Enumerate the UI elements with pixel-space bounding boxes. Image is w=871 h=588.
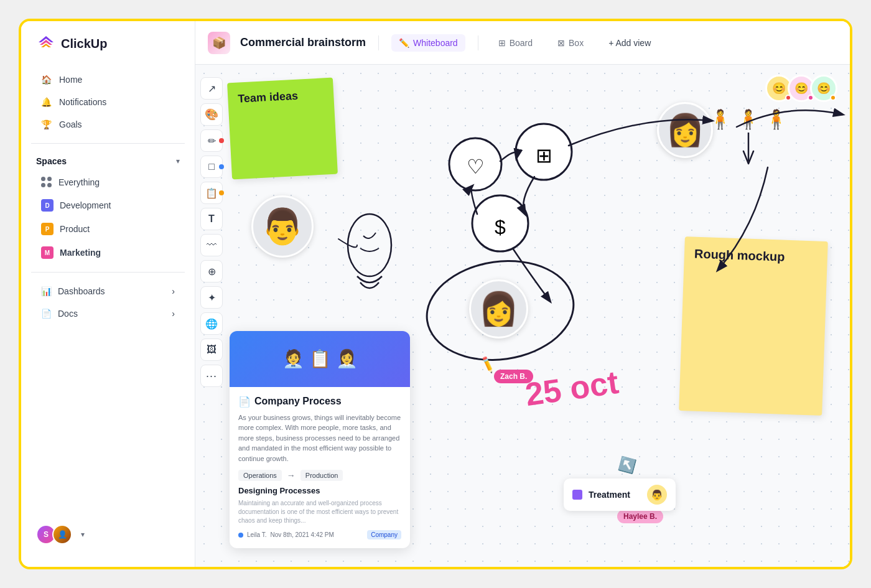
doc-tag-operations: Operations — [238, 470, 282, 481]
board-tab-label: Board — [510, 38, 533, 48]
collaborator-3-dot — [830, 95, 836, 101]
whiteboard-tab-label: Whiteboard — [413, 38, 458, 48]
view-separator — [378, 35, 379, 50]
people-arrow — [736, 133, 761, 172]
development-label: Development — [60, 200, 111, 210]
person-photo-top-right: 👩 — [657, 102, 713, 158]
product-label: Product — [60, 224, 90, 234]
treatment-card: Treatment 👨 — [564, 478, 676, 511]
sidebar-item-marketing[interactable]: M Marketing — [26, 241, 190, 264]
sidebar-item-everything[interactable]: Everything — [26, 171, 190, 194]
sticky-green-text: Team ideas — [238, 90, 299, 105]
sticky-note-yellow: Rough mockup — [679, 236, 828, 416]
box-tab-icon: ⊠ — [557, 38, 565, 48]
person-icon-3: 🧍 — [765, 108, 788, 130]
nav-divider — [31, 143, 185, 144]
doc-author: Leila T. — [247, 531, 267, 538]
app-frame: ClickUp 🏠 Home 🔔 Notifications 🏆 Goals S… — [19, 19, 852, 569]
tool-palette[interactable]: 🎨 — [200, 103, 223, 126]
notifications-label: Notifications — [59, 97, 106, 107]
svg-text:♡: ♡ — [467, 156, 485, 178]
treatment-avatar: 👨 — [647, 485, 667, 505]
haylee-label-text: Haylee B. — [623, 512, 657, 521]
doc-icon: 📄 — [238, 396, 251, 408]
bubble-grid — [516, 124, 572, 180]
avatar-b: 👤 — [52, 525, 72, 544]
sidebar: ClickUp 🏠 Home 🔔 Notifications 🏆 Goals S… — [21, 21, 195, 567]
pencil-dot — [219, 138, 224, 143]
sidebar-item-development[interactable]: D Development — [26, 194, 190, 217]
tool-cursor[interactable]: ↗ — [200, 77, 223, 100]
doc-title: 📄 Company Process — [238, 396, 401, 408]
sticky-yellow-text: Rough mockup — [694, 247, 785, 264]
docs-icon: 📄 — [41, 309, 52, 319]
date-text: 25 oct — [523, 364, 621, 413]
doc-card-header: 🧑‍💼📋👩‍💼 — [230, 331, 410, 387]
person-icon-2: 🧍 — [737, 108, 760, 130]
tab-box[interactable]: ⊠ Box — [550, 34, 591, 52]
tab-board[interactable]: ⊞ Board — [491, 34, 540, 52]
person-photo-left: 👨 — [251, 195, 314, 258]
doc-arrow-icon: → — [287, 470, 296, 480]
page-icon: 📦 — [208, 32, 230, 54]
doc-tags: Operations → Production — [238, 470, 401, 481]
box-tab-label: Box — [569, 38, 584, 48]
tool-text[interactable]: T — [200, 208, 223, 230]
main-area: 📦 Commercial brainstorm ✏️ Whiteboard ⊞ … — [195, 21, 850, 567]
people-icons-group: 🧍 🧍 🧍 — [709, 108, 788, 172]
page-title: Commercial brainstorm — [240, 36, 366, 49]
svg-point-6 — [348, 214, 391, 276]
sticky-dot — [219, 190, 224, 195]
doc-footer-dot — [238, 533, 243, 538]
product-space-dot: P — [41, 223, 54, 235]
treatment-label: Treatment — [589, 490, 641, 500]
sidebar-item-home[interactable]: 🏠 Home — [26, 68, 190, 91]
square-dot — [219, 164, 224, 169]
sidebar-footer: S 👤 ▾ — [21, 515, 195, 554]
doc-card[interactable]: 🧑‍💼📋👩‍💼 📄 Company Process As your busine… — [230, 331, 410, 549]
board-tab-icon: ⊞ — [498, 38, 506, 48]
add-view-button[interactable]: + Add view — [601, 34, 658, 52]
sidebar-item-notifications[interactable]: 🔔 Notifications — [26, 91, 190, 113]
tool-more[interactable]: ··· — [200, 365, 223, 387]
sidebar-item-goals[interactable]: 🏆 Goals — [26, 113, 190, 136]
tool-draw[interactable]: 〰 — [200, 234, 223, 256]
whiteboard-canvas[interactable]: ↗ 🎨 ✏ □ 📋 T 〰 ⊕ ✦ 🌐 🖼 — [195, 65, 850, 567]
doc-company-tag: Company — [367, 530, 401, 539]
tool-square[interactable]: □ — [200, 156, 223, 178]
tool-globe[interactable]: 🌐 — [200, 312, 223, 335]
logo-area[interactable]: ClickUp — [21, 34, 195, 68]
sidebar-item-dashboards[interactable]: 📊 Dashboards › — [26, 280, 190, 302]
treatment-square — [572, 490, 582, 500]
doc-description: As your business grows, things will inev… — [238, 413, 401, 464]
date-annotation: 25 oct — [523, 363, 621, 413]
cursor-label-haylee: Haylee B. — [617, 510, 663, 523]
home-label: Home — [59, 75, 82, 85]
tool-connect[interactable]: ⊕ — [200, 260, 223, 282]
mouse-cursor-icon: ↖️ — [617, 455, 637, 475]
spaces-label: Spaces — [36, 156, 67, 166]
goals-label: Goals — [59, 119, 82, 129]
footer-chevron-icon: ▾ — [81, 530, 85, 539]
marketing-space-dot: M — [41, 246, 54, 259]
dashboards-label: Dashboards — [58, 286, 105, 296]
everything-label: Everything — [58, 177, 100, 187]
tool-pencil[interactable]: ✏ — [200, 129, 223, 152]
bell-icon: 🔔 — [41, 97, 52, 107]
sidebar-item-docs[interactable]: 📄 Docs › — [26, 302, 190, 325]
dashboards-icon: 📊 — [41, 286, 52, 296]
tool-image[interactable]: 🖼 — [200, 338, 223, 361]
spaces-section-header[interactable]: Spaces ▾ — [21, 151, 195, 171]
doc-illustration: 🧑‍💼📋👩‍💼 — [230, 331, 410, 387]
people-row-top: 🧍 🧍 🧍 — [709, 108, 788, 130]
sidebar-item-product[interactable]: P Product — [26, 217, 190, 241]
tab-whiteboard[interactable]: ✏️ Whiteboard — [391, 34, 465, 52]
tool-star[interactable]: ✦ — [200, 286, 223, 309]
doc-card-body: 📄 Company Process As your business grows… — [230, 387, 410, 549]
doc-tag-production: Production — [300, 470, 343, 481]
clickup-logo-icon — [36, 34, 56, 54]
user-avatars[interactable]: S 👤 — [36, 525, 72, 544]
svg-text:$: $ — [495, 216, 506, 238]
tool-sticky[interactable]: 📋 — [200, 182, 223, 204]
view-separator-2 — [478, 35, 478, 50]
